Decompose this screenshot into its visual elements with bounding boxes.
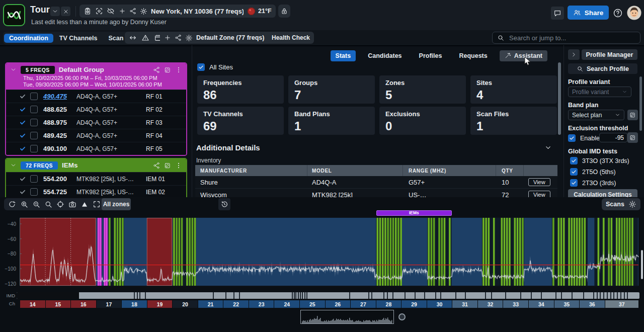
frequency-row[interactable]: 488.625AD4Q-A, G57+RF 02 [6, 103, 186, 116]
share-button[interactable]: Share [568, 6, 609, 20]
row-checkbox[interactable] [30, 106, 38, 113]
row-checkbox[interactable] [30, 188, 38, 196]
tv-channel-cell[interactable]: 19 [147, 300, 173, 308]
compare-arrows-icon[interactable] [129, 34, 137, 42]
tv-channel-cell[interactable]: 20 [173, 300, 198, 308]
frequency-row[interactable]: 490.100AD4Q-A, G57+RF 05 [6, 142, 186, 155]
imd-test-toggle[interactable]: 2T3O (3rds) [570, 179, 640, 187]
row-checkbox[interactable] [30, 93, 38, 100]
app-logo-icon[interactable] [3, 4, 25, 26]
frequency-row[interactable]: 554.200MTK982 [25k], US-…IEM 01 [6, 172, 186, 185]
profile-manager-button[interactable]: Profile Manager [582, 49, 637, 60]
enable-checkbox[interactable] [568, 134, 576, 142]
tv-channel-cell[interactable]: 24 [274, 300, 300, 308]
spectrum-scrollbar-thumb[interactable] [641, 250, 643, 279]
alert-triangle-icon[interactable] [141, 34, 149, 42]
tv-channel-cell[interactable]: 32 [478, 300, 504, 308]
tv-channel-cell[interactable]: 14 [20, 300, 46, 308]
zone-settings-icon[interactable] [185, 34, 193, 42]
tv-channel-cell[interactable]: 28 [376, 300, 402, 308]
row-checkbox[interactable] [30, 119, 38, 126]
band-plan-edit-button[interactable] [627, 110, 638, 120]
lock-button[interactable] [278, 5, 290, 18]
imd-products-bar[interactable] [17, 292, 639, 299]
zoom-in-icon[interactable] [20, 200, 28, 208]
tv-channel-cell[interactable]: 29 [401, 300, 427, 308]
row-checkbox[interactable] [30, 145, 38, 152]
group-more-icon[interactable] [175, 66, 182, 73]
scans-settings-icon[interactable] [628, 200, 636, 208]
details-collapse-icon[interactable] [544, 144, 552, 151]
tv-channel-cell[interactable]: 18 [122, 300, 147, 308]
scans-button[interactable]: Scans [602, 198, 640, 210]
fullscreen-icon[interactable] [93, 200, 101, 208]
group-edit-icon[interactable] [164, 162, 171, 169]
tv-channel-cell[interactable]: 33 [503, 300, 529, 308]
group-collapse-icon[interactable] [10, 66, 17, 73]
device-label[interactable]: MTK982 [25k], US-… [76, 189, 146, 196]
tv-channel-cell[interactable]: 27 [351, 300, 376, 308]
group-share-icon[interactable] [153, 162, 160, 169]
inventory-row[interactable]: ShureAD4Q-AG57+10View [195, 176, 557, 189]
threshold-edit-button[interactable] [627, 132, 638, 143]
toolbar-tab-tv-channels[interactable]: TV Channels [54, 34, 103, 43]
spectrum-minimap[interactable] [300, 310, 394, 324]
group-share-icon[interactable] [153, 66, 160, 73]
frequency-value[interactable]: 490.475 [43, 93, 76, 100]
group-collapse-icon[interactable] [10, 162, 17, 169]
band-plan-select[interactable]: Select plan [568, 110, 624, 120]
sidebar-collapse-button[interactable] [568, 49, 580, 60]
imd-test-checkbox[interactable] [570, 179, 578, 187]
user-avatar[interactable] [627, 6, 641, 22]
zone-selector-value[interactable]: Default Zone (77 freqs) [196, 34, 264, 41]
tv-channel-cell[interactable]: 34 [529, 300, 554, 308]
tv-channel-cell[interactable]: 21 [198, 300, 224, 308]
crosshair-icon[interactable] [56, 200, 64, 208]
exclusion-enable-toggle[interactable]: Enable [568, 134, 600, 142]
tv-channel-cell[interactable]: 23 [249, 300, 275, 308]
weather-widget[interactable]: 21°F [244, 5, 276, 18]
site-selector-group[interactable]: New York, NY 10036 (77 freqs) [115, 5, 258, 18]
comments-button[interactable] [551, 7, 564, 20]
inventory-view-button[interactable]: View [528, 178, 550, 186]
tv-channel-cell[interactable]: 16 [71, 300, 97, 308]
frequency-row[interactable]: 488.975AD4Q-A, G57+RF 03 [6, 116, 186, 129]
iems-band-marker[interactable]: IEMs [376, 210, 452, 216]
search-box[interactable] [492, 32, 640, 44]
tv-channel-cell[interactable]: 30 [427, 300, 453, 308]
magnifier-icon[interactable] [44, 200, 52, 208]
sidebar-scrollbar-thumb[interactable] [639, 76, 642, 131]
search-profile-button[interactable]: Search Profile [568, 63, 637, 74]
profile-variant-select[interactable]: Profile variant [568, 87, 631, 97]
all-zones-button[interactable]: All zones [102, 198, 131, 210]
tv-channel-cell[interactable]: 31 [452, 300, 478, 308]
zoom-out-icon[interactable] [32, 200, 40, 208]
threshold-input[interactable] [599, 133, 627, 142]
history-button[interactable] [218, 198, 230, 210]
tv-channel-cell[interactable]: 37 [605, 300, 639, 308]
frequency-row[interactable]: 554.725MTK982 [25k], US-…IEM 02 [6, 185, 186, 197]
share-zone-icon[interactable] [175, 34, 182, 41]
site-selector-value[interactable]: New York, NY 10036 (77 freqs) [151, 8, 244, 15]
imd-test-checkbox[interactable] [570, 168, 578, 176]
tv-channel-cell[interactable]: 17 [97, 300, 122, 308]
tv-channel-cell[interactable]: 25 [300, 300, 326, 308]
tv-channel-cell[interactable]: 36 [580, 300, 605, 308]
eye-off-icon[interactable] [107, 7, 115, 15]
refresh-icon[interactable] [8, 200, 16, 208]
clipboard-schedule-icon[interactable] [84, 7, 92, 15]
close-document-button[interactable] [61, 7, 70, 16]
help-button[interactable] [611, 7, 624, 20]
marker-triangle-icon[interactable] [80, 200, 89, 208]
tv-channel-cell[interactable]: 15 [46, 300, 71, 308]
search-input[interactable] [508, 34, 635, 42]
site-settings-icon[interactable] [140, 8, 147, 15]
frequency-row[interactable]: 489.425AD4Q-A, G57+RF 04 [6, 129, 186, 142]
tv-channel-cell[interactable]: 26 [326, 300, 351, 308]
inventory-view-button[interactable]: View [528, 191, 550, 197]
zone-selector-group[interactable]: Default Zone (77 freqs) [160, 32, 278, 44]
title-dropdown-button[interactable] [50, 7, 60, 16]
camera-icon[interactable] [68, 200, 76, 208]
toolbar-tab-coordination[interactable]: Coordination [4, 34, 53, 43]
tv-channel-cell[interactable]: 22 [223, 300, 249, 308]
